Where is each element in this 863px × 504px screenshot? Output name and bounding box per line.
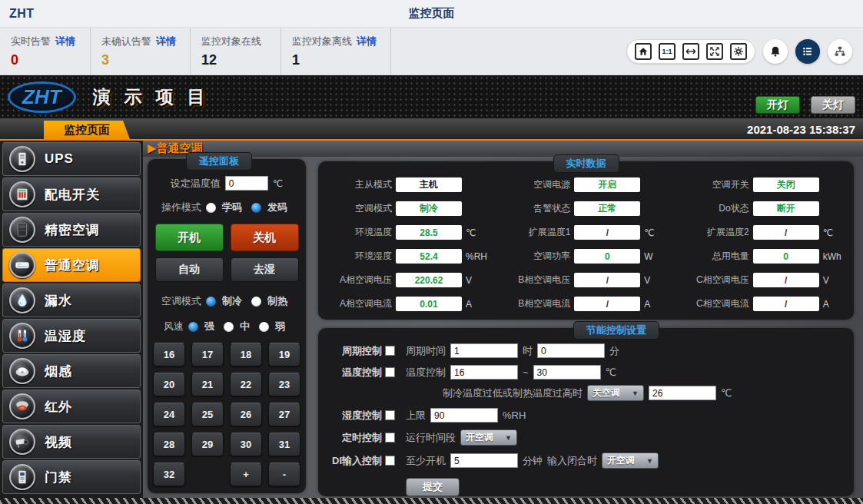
tab-realtime-data[interactable]: 实时数据 <box>553 154 619 173</box>
keypad-button[interactable]: 17 <box>191 343 224 366</box>
keypad-button[interactable]: 31 <box>268 433 300 456</box>
brand-text: ZHT <box>9 7 35 21</box>
humidity-control-checkbox[interactable] <box>385 410 395 420</box>
run-period-dropdown[interactable]: 开空调▼ <box>460 429 517 446</box>
value-box: 28.5 <box>396 225 462 240</box>
sidebar-item-temp-humidity[interactable]: 温湿度 <box>2 319 141 353</box>
stat-value: 1 <box>292 52 377 68</box>
fullscreen-icon[interactable] <box>706 43 723 60</box>
set-temp-input[interactable] <box>225 176 268 191</box>
keypad-button[interactable]: 28 <box>153 433 185 456</box>
cycle-control-checkbox[interactable] <box>385 346 395 356</box>
detail-link[interactable]: 详情 <box>55 35 75 47</box>
radio-cooling-label: 制冷 <box>222 294 242 308</box>
stat-label: 实时告警 <box>11 35 51 47</box>
top-bar: ZHT 监控页面 <box>0 0 863 28</box>
keypad-button[interactable]: 22 <box>230 373 262 396</box>
bell-icon[interactable] <box>763 39 788 64</box>
radio-fan-medium[interactable] <box>224 322 234 332</box>
sidebar-item-water-leak[interactable]: 漏水 <box>2 284 141 317</box>
settings-icon[interactable] <box>730 43 747 60</box>
temp-high-input[interactable] <box>533 365 601 380</box>
door-access-icon <box>9 464 35 490</box>
power-on-button[interactable]: 开机 <box>155 224 224 251</box>
realtime-row: 扩展温度1/℃ <box>496 220 675 244</box>
sidebar-item-infrared[interactable]: 红外 <box>2 390 141 423</box>
power-off-button[interactable]: 关机 <box>231 224 299 251</box>
temp-low-input[interactable] <box>450 365 518 380</box>
min-runtime-input[interactable] <box>450 453 518 468</box>
radio-learn-code-label: 学码 <box>222 201 242 214</box>
keypad-button[interactable]: 29 <box>191 433 224 456</box>
temp-control-checkbox[interactable] <box>385 367 395 377</box>
temp-unit: ℃ <box>606 366 617 378</box>
stat-value: 0 <box>11 52 76 68</box>
sidebar-item-door-access[interactable]: 门禁 <box>2 460 141 494</box>
input-closed-label: 输入闭合时 <box>547 454 597 468</box>
input-closed-dropdown[interactable]: 开空调▼ <box>602 453 659 469</box>
cycle-minute-input[interactable] <box>537 343 605 358</box>
tilde: ~ <box>523 366 529 378</box>
keypad-button[interactable]: 27 <box>268 403 300 426</box>
chevron-down-icon: ▼ <box>505 434 512 442</box>
topology-icon[interactable] <box>828 39 852 64</box>
tab-monitor-page[interactable]: 监控页面 <box>44 121 130 139</box>
dehumidify-button[interactable]: 去湿 <box>231 257 299 282</box>
cycle-hour-input[interactable] <box>450 343 518 358</box>
logo: ZHT <box>8 81 76 113</box>
radio-fan-strong[interactable] <box>188 322 198 332</box>
keypad-button[interactable]: 30 <box>230 433 262 456</box>
sidebar-item-smoke[interactable]: 烟感 <box>2 354 141 388</box>
keypad-minus-button[interactable]: - <box>268 463 300 486</box>
cycle-time-label: 周期时间 <box>406 344 446 358</box>
humidity-limit-input[interactable] <box>430 408 498 423</box>
alarm-list-icon[interactable] <box>795 39 820 64</box>
keypad-button[interactable]: 25 <box>191 403 224 426</box>
detail-link[interactable]: 详情 <box>357 35 377 47</box>
keypad-button[interactable]: 32 <box>153 463 185 486</box>
fit-width-icon[interactable] <box>682 43 699 60</box>
value-box: / <box>574 273 640 287</box>
value-box: 制冷 <box>396 201 462 216</box>
sidebar-item-ups[interactable]: UPS <box>2 142 141 176</box>
light-off-button[interactable]: 关灯 <box>811 96 855 114</box>
di-control-checkbox[interactable] <box>385 456 395 466</box>
sidebar-item-precision-ac[interactable]: 精密空调 <box>2 213 141 247</box>
keypad-button[interactable]: 21 <box>191 373 224 396</box>
keypad-button[interactable]: 16 <box>153 343 185 366</box>
radio-learn-code[interactable] <box>206 203 216 213</box>
radio-heating[interactable] <box>251 297 261 307</box>
radio-fan-weak[interactable] <box>259 322 269 332</box>
tab-energy-settings[interactable]: 节能控制设置 <box>573 321 659 340</box>
sidebar-item-ac[interactable]: 普通空调 <box>2 248 141 282</box>
realtime-row: C相空调电流/A <box>675 292 854 316</box>
keypad-plus-button[interactable]: + <box>230 463 262 486</box>
keypad-button[interactable]: 26 <box>230 403 262 426</box>
value-box: 正常 <box>574 201 640 216</box>
sidebar-item-breaker[interactable]: 配电开关 <box>2 177 141 211</box>
radio-send-code[interactable] <box>251 203 261 213</box>
radio-fan-strong-label: 强 <box>204 320 214 333</box>
overrun-temp-input[interactable] <box>649 386 716 400</box>
keypad-button[interactable]: 19 <box>268 343 300 366</box>
detail-link[interactable]: 详情 <box>156 35 176 47</box>
radio-cooling[interactable] <box>206 297 216 307</box>
one-to-one-icon[interactable]: 1:1 <box>659 43 675 60</box>
realtime-row: 扩展温度2/℃ <box>675 220 854 244</box>
tab-remote-panel[interactable]: 遥控面板 <box>186 152 252 171</box>
value-box: 断开 <box>753 201 819 216</box>
auto-button[interactable]: 自动 <box>155 257 224 282</box>
keypad-button[interactable]: 24 <box>153 403 185 426</box>
keypad-button[interactable]: 23 <box>268 373 300 396</box>
realtime-row: 环境温度28.5℃ <box>318 220 496 244</box>
realtime-row: 主从模式主机 <box>318 173 496 197</box>
keypad-button[interactable]: 20 <box>153 373 185 396</box>
temp-overrun-action-dropdown[interactable]: 关空调▼ <box>587 385 644 401</box>
light-on-button[interactable]: 开灯 <box>755 96 800 114</box>
submit-button[interactable]: 提交 <box>406 478 460 496</box>
timer-control-checkbox[interactable] <box>385 433 395 443</box>
sidebar-item-video[interactable]: 视频 <box>2 425 141 459</box>
humidity-control-label: 湿度控制 <box>342 409 382 423</box>
home-icon[interactable] <box>635 43 652 60</box>
keypad-button[interactable]: 18 <box>230 343 262 366</box>
